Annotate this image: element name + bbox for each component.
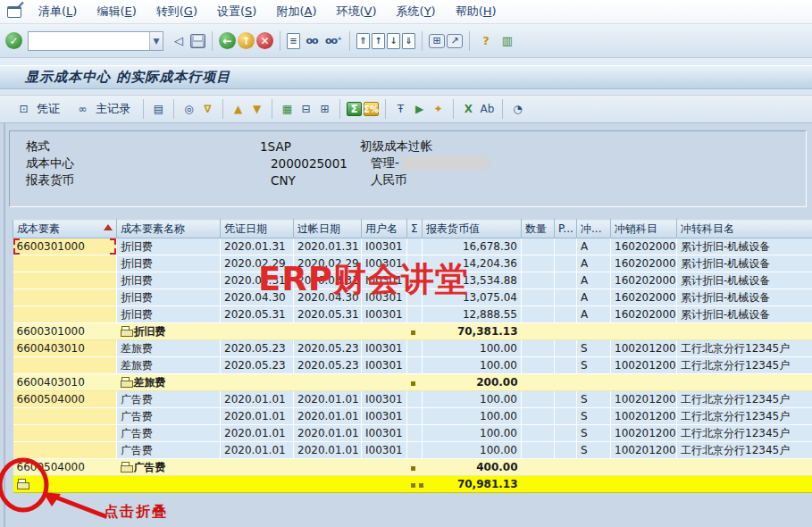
sigma-cell[interactable] [407,340,423,357]
column-header-11[interactable]: 冲转科目名 [677,220,812,238]
sigma-cell[interactable] [407,357,423,374]
column-header-5[interactable]: Σ [407,220,423,238]
sigma-cell[interactable] [407,306,423,323]
detail-icon[interactable]: ▤ [150,101,167,117]
sigma-cell[interactable] [407,238,423,255]
quantity-cell[interactable] [522,272,555,289]
cost-element-cell[interactable] [13,306,117,323]
offset-account-cell[interactable]: 1602020000 [611,306,677,323]
offset-flag-cell[interactable]: S [577,391,611,408]
cost-element-name-cell[interactable]: 广告费 [117,425,221,442]
sum-icon[interactable]: Σ [347,102,362,116]
offset-account-cell[interactable]: 1002012002 [611,357,677,374]
column-header-1[interactable]: 成本要素名称 [117,220,221,238]
cost-element-cell[interactable] [13,289,117,306]
last-page-icon[interactable]: ⇓ [402,33,415,49]
posting-date-cell[interactable]: 2020.05.23 [294,357,362,374]
user-cell[interactable]: I00301 [362,357,407,374]
enter-icon[interactable]: ✓ [5,32,22,49]
collapse-icon[interactable] [121,377,132,388]
user-cell[interactable]: I00301 [362,391,407,408]
command-field[interactable]: ▼ [28,31,163,51]
column-header-6[interactable]: 报表货币值 [423,220,522,238]
quantity-cell[interactable] [522,442,555,459]
cost-element-cell[interactable]: 6600403010 [13,340,117,357]
cost-element-cell[interactable] [13,425,117,442]
offset-account-name-cell[interactable]: 累计折旧-机械设备 [677,255,812,272]
command-dropdown-icon[interactable]: ▼ [149,32,163,50]
command-field-toggle-icon[interactable]: ◁ [169,31,188,51]
user-cell[interactable]: I00301 [362,425,407,442]
value-cell[interactable]: 100.00 [423,391,522,408]
offset-account-name-cell[interactable]: 工行北京分行12345户 [677,442,812,459]
filter-criteria-icon[interactable]: Ŧ [392,101,409,117]
sigma-cell[interactable] [407,442,423,459]
p-cell[interactable] [555,306,577,323]
value-cell[interactable]: 100.00 [423,408,522,425]
p-cell[interactable] [555,289,577,306]
column-header-0[interactable]: 成本要素 [13,220,117,238]
cost-element-name-cell[interactable]: 折旧费 [117,289,221,306]
quantity-cell[interactable] [522,306,555,323]
offset-account-name-cell[interactable]: 工行北京分行12345户 [677,357,812,374]
p-cell[interactable] [555,425,577,442]
cost-element-cell[interactable] [13,255,117,272]
offset-flag-cell[interactable]: A [577,306,611,323]
offset-flag-cell[interactable]: S [577,340,611,357]
master-record-button[interactable]: ∞主记录 [68,99,137,119]
cost-element-name-cell[interactable]: 广告费 [117,408,221,425]
user-cell[interactable]: I00301 [362,238,407,255]
print-icon[interactable]: ≡ [287,33,300,49]
offset-flag-cell[interactable]: A [577,272,611,289]
create-shortcut-icon[interactable]: ↗ [447,34,463,48]
doc-date-cell[interactable]: 2020.01.01 [221,391,294,408]
save-icon[interactable] [190,34,205,48]
create-session-icon[interactable]: ⊞ [429,34,445,48]
p-cell[interactable] [555,391,577,408]
cost-element-cell[interactable] [13,272,117,289]
menu-item-4[interactable]: 附加(A) [266,1,326,22]
expand-subtotals-icon[interactable]: ⊞ [316,101,333,117]
offset-account-cell[interactable]: 1602020000 [611,289,677,306]
word-processing-icon[interactable]: Ab [479,101,496,117]
first-page-icon[interactable]: ⇑ [356,33,370,49]
graphic-icon[interactable]: ◔ [509,101,526,117]
cancel-icon[interactable]: ✕ [256,32,273,49]
cost-element-name-cell[interactable]: 折旧费 [117,238,221,255]
collapse-icon[interactable] [121,326,132,337]
user-cell[interactable]: I00301 [362,340,407,357]
posting-date-cell[interactable]: 2020.01.01 [294,425,362,442]
p-cell[interactable] [555,408,577,425]
back-icon[interactable]: ← [219,32,236,49]
offset-account-name-cell[interactable]: 累计折旧-机械设备 [677,272,812,289]
column-header-10[interactable]: 冲销科目 [611,220,677,238]
offset-flag-cell[interactable]: S [577,442,611,459]
sigma-cell[interactable] [407,425,423,442]
document-button[interactable]: ⊡凭证 [9,99,66,119]
doc-date-cell[interactable]: 2020.05.23 [221,340,294,357]
sort-descending-icon[interactable]: ▼ [248,101,265,117]
collapse-subtotals-icon[interactable]: ⊟ [297,101,314,117]
value-cell[interactable]: 100.00 [423,340,522,357]
posting-date-cell[interactable]: 2020.01.01 [294,442,362,459]
cost-element-cell[interactable]: 6600301000 [13,323,117,340]
sigma-cell[interactable] [407,391,423,408]
offset-flag-cell[interactable]: A [577,255,611,272]
search-icon[interactable]: ◎ [180,101,197,117]
excel-export-icon[interactable]: X [460,101,477,117]
doc-date-cell[interactable]: 2020.01.01 [221,408,294,425]
doc-date-cell[interactable]: 2020.05.31 [221,306,294,323]
subtotal-name-cell[interactable]: 差旅费 [117,374,221,391]
p-cell[interactable] [555,357,577,374]
p-cell[interactable] [555,442,577,459]
value-cell[interactable]: 100.00 [423,425,522,442]
customize-layout-icon[interactable]: ▥ [498,31,517,51]
export-icon[interactable]: ▶ [411,101,428,117]
user-cell[interactable]: I00301 [362,408,407,425]
help-icon[interactable]: ? [476,31,496,51]
page-up-icon[interactable]: ↑ [372,33,385,49]
sort-ascending-icon[interactable]: ▲ [230,101,247,117]
quantity-cell[interactable] [522,357,555,374]
value-cell[interactable]: 16,678.30 [423,238,522,255]
menu-item-6[interactable]: 系统(Y) [387,1,446,22]
